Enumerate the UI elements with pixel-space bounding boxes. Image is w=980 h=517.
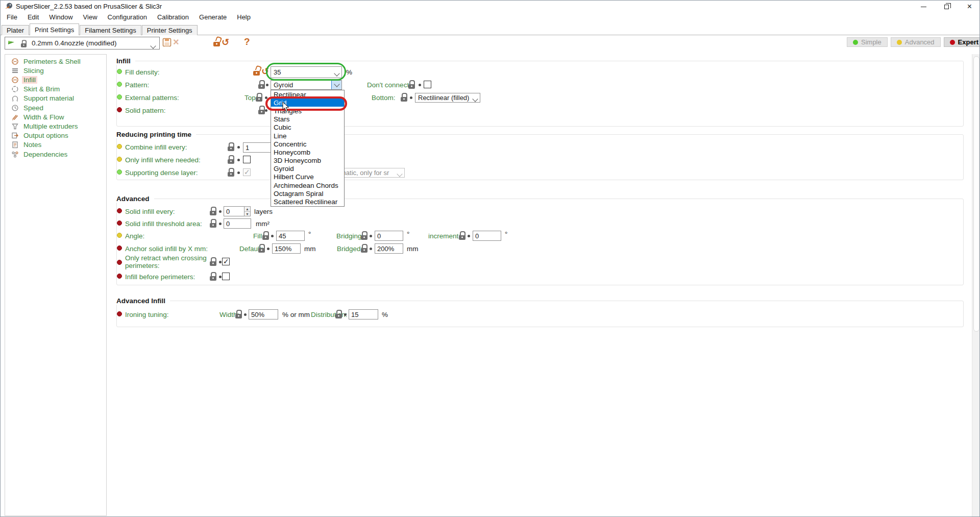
solid-every-input[interactable] bbox=[224, 206, 244, 216]
angle-bridging-input[interactable] bbox=[375, 231, 403, 241]
sidebar-item-notes[interactable]: Notes bbox=[5, 140, 106, 150]
ironing-distribution-lock-icon[interactable] bbox=[335, 310, 342, 318]
sidebar-item-label: Slicing bbox=[22, 67, 45, 75]
only-where-checkbox[interactable] bbox=[243, 156, 251, 163]
external-bottom-lock-icon[interactable] bbox=[401, 93, 407, 102]
dont-connect-lock-icon[interactable] bbox=[408, 80, 415, 89]
pattern-lock-icon[interactable] bbox=[258, 80, 265, 89]
dont-connect-checkbox[interactable] bbox=[424, 81, 431, 88]
external-top-lock-icon[interactable] bbox=[256, 93, 262, 102]
tab-print-settings[interactable]: Print Settings bbox=[30, 23, 79, 35]
solid-pattern-lock-icon[interactable] bbox=[258, 106, 265, 114]
dropdown-option-stars[interactable]: Stars bbox=[271, 115, 344, 124]
solid-every-spinner[interactable]: ▲▼ bbox=[244, 206, 251, 216]
ironing-bullet bbox=[117, 311, 122, 316]
menu-item-view[interactable]: View bbox=[78, 12, 103, 23]
ironing-distribution-input[interactable] bbox=[349, 309, 378, 319]
dropdown-option-3d-honeycomb[interactable]: 3D Honeycomb bbox=[271, 157, 344, 165]
angle-increment-lock-icon[interactable] bbox=[459, 231, 465, 240]
angle-fill-lock-icon[interactable] bbox=[262, 231, 269, 240]
mode-button-expert[interactable]: Expert bbox=[944, 37, 980, 47]
menu-item-configuration[interactable]: Configuration bbox=[103, 12, 152, 23]
dense-layer-checkbox bbox=[243, 168, 251, 176]
before-perimeters-checkbox[interactable] bbox=[222, 273, 230, 280]
only-where-lock-icon[interactable] bbox=[228, 155, 234, 164]
preset-select[interactable]: 0.2mm 0.4nozzle (modified) bbox=[5, 37, 160, 50]
angle-fill-input[interactable] bbox=[276, 231, 305, 241]
menu-item-window[interactable]: Window bbox=[44, 12, 78, 23]
threshold-lock-icon[interactable] bbox=[210, 219, 216, 228]
tab-filament-settings[interactable]: Filament Settings bbox=[80, 25, 141, 35]
scrollbar-track[interactable] bbox=[972, 54, 980, 517]
pattern-dot-icon bbox=[266, 84, 268, 86]
sidebar-item-speed[interactable]: Speed bbox=[5, 103, 106, 112]
delete-preset-icon[interactable]: × bbox=[173, 36, 179, 48]
help-button[interactable]: ? bbox=[244, 36, 250, 47]
threshold-input[interactable] bbox=[224, 218, 251, 229]
menu-item-help[interactable]: Help bbox=[232, 12, 256, 23]
only-retract-lock-icon[interactable] bbox=[210, 257, 216, 266]
pattern-combo-open-button[interactable] bbox=[331, 81, 341, 89]
dense-layer-value: matic, only for sr bbox=[340, 169, 389, 177]
dropdown-option-cubic[interactable]: Cubic bbox=[271, 124, 344, 132]
dropdown-option-gyroid[interactable]: Gyroid bbox=[271, 165, 344, 173]
dropdown-option-honeycomb[interactable]: Honeycomb bbox=[271, 148, 344, 156]
mode-button-simple[interactable]: Simple bbox=[847, 37, 888, 47]
sidebar-item-dependencies[interactable]: Dependencies bbox=[5, 150, 106, 159]
dense-layer-label: Supporting dense layer: bbox=[125, 169, 198, 177]
sidebar-item-slicing[interactable]: Slicing bbox=[5, 66, 106, 75]
solid-pattern-label: Solid pattern: bbox=[125, 107, 166, 114]
dropdown-option-hilbert-curve[interactable]: Hilbert Curve bbox=[271, 173, 344, 181]
anchor-default-lock-icon[interactable] bbox=[258, 244, 265, 253]
dropdown-option-concentric[interactable]: Concentric bbox=[271, 140, 344, 148]
sidebar-item-infill[interactable]: Infill bbox=[5, 75, 106, 84]
ironing-width-lock-icon[interactable] bbox=[235, 310, 242, 318]
width-flow-icon bbox=[11, 113, 19, 121]
external-patterns-label: External patterns: bbox=[125, 94, 179, 102]
save-preset-icon[interactable] bbox=[162, 38, 172, 47]
menu-item-edit[interactable]: Edit bbox=[22, 12, 44, 23]
toolbar-unlock-icon[interactable] bbox=[213, 38, 220, 46]
sidebar-item-output-options[interactable]: Output options bbox=[5, 131, 106, 140]
scrollbar-thumb[interactable] bbox=[973, 56, 979, 332]
sidebar-item-perimeters-shell[interactable]: Perimeters & Shell bbox=[5, 57, 106, 66]
advanced-infill-section-box bbox=[116, 301, 964, 327]
before-perimeters-lock-icon[interactable] bbox=[210, 272, 216, 281]
only-retract-checkbox[interactable] bbox=[222, 258, 230, 265]
menu-item-file[interactable]: File bbox=[2, 12, 22, 23]
angle-bridging-lock-icon[interactable] bbox=[361, 231, 368, 240]
anchor-default-input[interactable] bbox=[272, 243, 301, 254]
combine-label: Combine infill every: bbox=[125, 143, 187, 151]
toolbar-undo-icon[interactable]: ↺ bbox=[222, 38, 229, 47]
sidebar-item-width-flow[interactable]: Width & Flow bbox=[5, 112, 106, 121]
sidebar-item-multiple-extruders[interactable]: Multiple extruders bbox=[5, 121, 106, 131]
external-bottom-combo[interactable]: Rectilinear (filled) bbox=[415, 93, 480, 103]
fill-density-unlock-icon[interactable] bbox=[253, 67, 260, 76]
restore-button[interactable] bbox=[935, 1, 958, 13]
combine-lock-icon[interactable] bbox=[228, 142, 234, 151]
solid-every-lock-icon[interactable] bbox=[210, 207, 216, 215]
anchor-bridged-input[interactable] bbox=[375, 243, 403, 254]
menu-item-calibration[interactable]: Calibration bbox=[152, 12, 194, 23]
sidebar-item-skirt-brim[interactable]: Skirt & Brim bbox=[5, 85, 106, 94]
dense-layer-lock-icon[interactable] bbox=[228, 168, 234, 177]
dropdown-option-archimedean-chords[interactable]: Archimedean Chords bbox=[271, 181, 344, 189]
angle-bridging-dot-icon bbox=[370, 235, 372, 237]
threshold-unit: mm² bbox=[256, 220, 270, 228]
tab-plater[interactable]: Plater bbox=[2, 25, 29, 35]
angle-increment-input[interactable] bbox=[473, 231, 501, 241]
dropdown-option-scattered-rectilinear[interactable]: Scattered Rectilinear bbox=[271, 198, 344, 206]
angle-increment-dot-icon bbox=[468, 235, 470, 237]
tab-printer-settings[interactable]: Printer Settings bbox=[142, 25, 198, 35]
minimize-button[interactable] bbox=[912, 1, 935, 13]
sidebar-item-support-material[interactable]: Support material bbox=[5, 94, 106, 103]
dropdown-option-octagram-spiral[interactable]: Octagram Spiral bbox=[271, 189, 344, 198]
close-button[interactable]: × bbox=[958, 1, 980, 13]
mode-button-advanced[interactable]: Advanced bbox=[891, 37, 941, 47]
anchor-bridged-lock-icon[interactable] bbox=[361, 244, 368, 253]
menu-item-generate[interactable]: Generate bbox=[194, 12, 232, 23]
ironing-width-input[interactable] bbox=[249, 309, 278, 319]
dropdown-option-line[interactable]: Line bbox=[271, 132, 344, 140]
pattern-combo[interactable]: Gyroid bbox=[271, 80, 342, 90]
sidebar-item-label: Notes bbox=[22, 141, 43, 149]
